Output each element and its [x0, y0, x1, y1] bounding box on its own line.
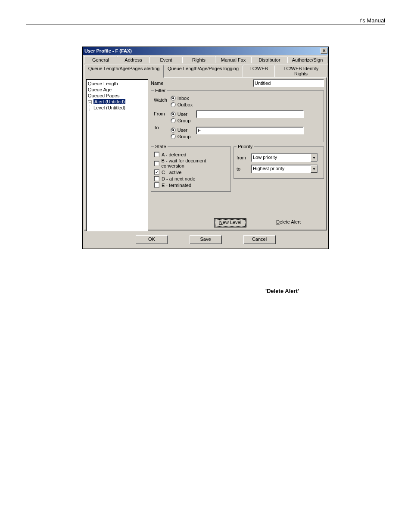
checkbox-icon	[154, 176, 159, 181]
name-input[interactable]	[253, 79, 324, 87]
close-icon: ✕	[322, 49, 326, 53]
page-header: r's Manual	[26, 17, 385, 25]
state-c[interactable]: ✓C - active	[154, 169, 228, 175]
checkbox-icon	[154, 182, 159, 188]
from-input[interactable]	[196, 110, 304, 118]
tree-selected-label: Alert (Untitled)	[93, 99, 125, 104]
radio-icon	[171, 134, 176, 139]
right-pane: Name Filter Watch From To	[149, 78, 327, 230]
name-label: Name	[151, 81, 166, 86]
ok-button[interactable]: OK	[136, 235, 168, 244]
state-legend: State	[154, 144, 168, 149]
radio-icon	[171, 128, 176, 133]
new-level-button[interactable]: New Level	[214, 218, 246, 227]
state-a[interactable]: A - deferred	[154, 152, 228, 157]
tab-manual-fax[interactable]: Manual Fax	[215, 56, 252, 63]
tab-body: Queue Length Queue Age Queued Pages −Ale…	[84, 77, 327, 230]
radio-icon	[171, 112, 176, 117]
tab-queue-logging[interactable]: Queue Length/Age/Pages logging	[163, 65, 243, 77]
tab-tcweb-identity[interactable]: TC/WEB Identity Rights	[274, 65, 327, 77]
tabs-row-2: Queue Length/Age/Pages alerting Queue Le…	[84, 65, 327, 77]
checkbox-icon	[154, 152, 159, 157]
priority-to-select[interactable]: Highest priority ▼	[251, 165, 318, 173]
radio-watch-inbox[interactable]: Inbox	[171, 96, 193, 101]
to-label: To	[154, 125, 167, 130]
watch-label: Watch	[154, 97, 167, 103]
tabs-row-1: General Address Event Rights Manual Fax …	[84, 56, 327, 63]
tab-address[interactable]: Address	[117, 56, 150, 63]
chevron-down-icon: ▼	[311, 165, 318, 173]
radio-from-group[interactable]: Group	[171, 118, 193, 123]
priority-from-label: from	[237, 155, 249, 160]
radio-icon	[171, 118, 176, 123]
tab-general[interactable]: General	[84, 56, 117, 63]
tab-queue-alerting[interactable]: Queue Length/Age/Pages alerting	[84, 65, 164, 78]
tree-item-level[interactable]: Level (Untitled)	[90, 105, 147, 111]
to-input[interactable]	[196, 127, 304, 134]
tab-rights[interactable]: Rights	[182, 56, 215, 63]
radio-to-group[interactable]: Group	[171, 134, 193, 139]
tree-item[interactable]: Queue Age	[87, 87, 147, 93]
save-button[interactable]: Save	[190, 235, 222, 244]
tab-authorize-sign[interactable]: Authorize/Sign	[287, 56, 327, 63]
state-b[interactable]: B - wait for document conversion	[154, 158, 228, 168]
tree-item-alert[interactable]: −Alert (Untitled)	[87, 99, 147, 105]
tree-item[interactable]: Queued Pages	[87, 93, 147, 99]
priority-legend: Priority	[237, 144, 254, 149]
filter-legend: Filter	[154, 88, 167, 93]
tree-collapse-icon[interactable]: −	[88, 100, 92, 104]
tree-pane[interactable]: Queue Length Queue Age Queued Pages −Ale…	[86, 79, 148, 231]
user-profile-dialog: User Profile - F (FAX) ✕ General Address…	[82, 47, 329, 249]
radio-from-user[interactable]: User	[171, 112, 193, 117]
priority-to-label: to	[237, 166, 249, 171]
header-text: r's Manual	[359, 17, 385, 24]
close-button[interactable]: ✕	[321, 48, 327, 54]
radio-icon	[171, 96, 176, 101]
state-e[interactable]: E - terminated	[154, 182, 228, 188]
checkbox-icon	[154, 161, 159, 166]
radio-to-user[interactable]: User	[171, 128, 193, 133]
priority-group: Priority from Low priority ▼ to	[234, 144, 324, 179]
chevron-down-icon: ▼	[311, 154, 318, 162]
tab-event[interactable]: Event	[149, 56, 183, 63]
checkbox-icon: ✓	[154, 169, 159, 175]
delete-alert-button[interactable]: Delete Alert	[272, 218, 305, 227]
state-group: State A - deferred B - wait for document…	[151, 144, 231, 192]
tab-distributor[interactable]: Distributor	[251, 56, 288, 63]
tree-item[interactable]: Queue Length	[87, 81, 147, 87]
dialog-footer: OK Save Cancel	[83, 232, 328, 249]
radio-watch-outbox[interactable]: Outbox	[171, 102, 193, 107]
from-label: From	[154, 111, 167, 116]
tab-tcweb[interactable]: TC/WEB	[243, 65, 275, 77]
delete-alert-text: 'Delete Alert'	[265, 288, 299, 294]
body-text: 'Delete Alert'	[26, 288, 385, 294]
priority-from-select[interactable]: Low priority ▼	[251, 153, 318, 162]
radio-icon	[171, 102, 176, 107]
cancel-button[interactable]: Cancel	[243, 235, 276, 244]
dialog-titlebar: User Profile - F (FAX) ✕	[83, 47, 328, 55]
state-d[interactable]: D - at next node	[154, 176, 228, 181]
dialog-title: User Profile - F (FAX)	[84, 48, 132, 53]
filter-group: Filter Watch From To Inbox Outbox	[151, 88, 324, 142]
